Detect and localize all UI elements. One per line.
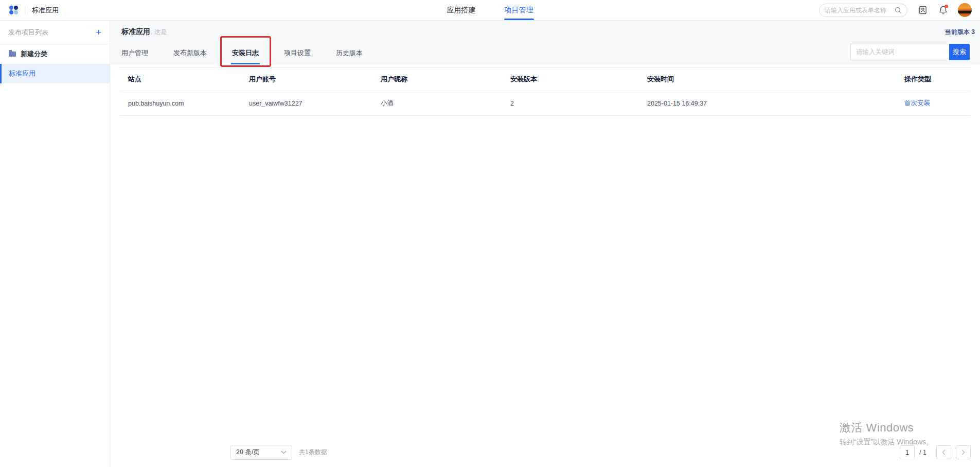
sidebar-item-label: 新建分类 xyxy=(21,49,47,59)
header-right xyxy=(819,3,980,17)
current-page-input[interactable]: 1 xyxy=(900,445,915,459)
cell-install-version: 2 xyxy=(502,91,639,116)
next-page-button[interactable] xyxy=(956,445,971,459)
notification-dot xyxy=(945,5,948,8)
pager: 1 / 1 xyxy=(900,445,971,459)
search-icon xyxy=(895,7,902,14)
nav-item-project-manage[interactable]: 项目管理 xyxy=(504,0,534,20)
current-version-link[interactable]: 当前版本 3 xyxy=(945,28,975,37)
keyword-search-input[interactable] xyxy=(850,44,949,60)
page-size-select[interactable]: 20 条/页 xyxy=(230,445,292,460)
sidebar-header: 发布项目列表 + xyxy=(0,21,110,44)
tab-user-management[interactable]: 用户管理 xyxy=(121,48,148,64)
pagination: 20 条/页 共1条数据 1 / 1 xyxy=(230,445,971,460)
tab-history-versions[interactable]: 历史版本 xyxy=(336,48,363,64)
global-search-input[interactable] xyxy=(825,7,892,14)
add-project-button[interactable]: + xyxy=(96,27,101,37)
col-user-nickname: 用户昵称 xyxy=(372,68,502,91)
main-content: 标准应用 这是 当前版本 3 用户管理 发布新版本 安装日志 项目设置 历史版本… xyxy=(111,21,980,467)
sidebar-item-label: 标准应用 xyxy=(9,69,35,78)
tabs-row: 用户管理 发布新版本 安装日志 项目设置 历史版本 搜索 xyxy=(121,45,975,64)
col-install-time: 安装时间 xyxy=(639,68,896,91)
contacts-icon[interactable] xyxy=(917,5,928,16)
cell-user-account: user_vaiwfw31227 xyxy=(241,91,372,116)
col-install-version: 安装版本 xyxy=(502,68,639,91)
top-header: 标准应用 应用搭建 项目管理 xyxy=(0,0,980,21)
sidebar: 发布项目列表 + 新建分类 标准应用 xyxy=(0,21,110,467)
page-title: 标准应用 xyxy=(121,27,150,37)
col-operation-type: 操作类型 xyxy=(896,68,971,91)
total-count-text: 共1条数据 xyxy=(299,448,327,457)
global-search[interactable] xyxy=(819,4,907,17)
sidebar-item-standard-app[interactable]: 标准应用 xyxy=(0,64,110,83)
keyword-search: 搜索 xyxy=(850,44,970,60)
page-subtitle: 这是 xyxy=(154,28,167,37)
tab-publish-new-version[interactable]: 发布新版本 xyxy=(173,48,207,64)
cell-user-nickname: 小酒 xyxy=(372,91,502,116)
install-log-table: 站点 用户账号 用户昵称 安装版本 安装时间 操作类型 pub.baishuyu… xyxy=(111,67,980,116)
user-avatar[interactable] xyxy=(958,3,972,17)
table-row: pub.baishuyun.com user_vaiwfw31227 小酒 2 … xyxy=(120,91,971,116)
sidebar-title: 发布项目列表 xyxy=(8,28,48,37)
nav-item-app-build[interactable]: 应用搭建 xyxy=(446,0,477,20)
page-size-value: 20 条/页 xyxy=(236,448,260,457)
app-title: 标准应用 xyxy=(32,6,59,15)
chevron-down-icon xyxy=(281,451,287,454)
title-row: 标准应用 这是 当前版本 3 xyxy=(121,27,975,37)
table-header-row: 站点 用户账号 用户昵称 安装版本 安装时间 操作类型 xyxy=(120,68,971,91)
sidebar-item-category[interactable]: 新建分类 xyxy=(0,44,110,64)
folder-icon xyxy=(9,51,16,57)
content-header: 标准应用 这是 当前版本 3 用户管理 发布新版本 安装日志 项目设置 历史版本… xyxy=(111,21,980,64)
tab-install-log[interactable]: 安装日志 xyxy=(232,48,259,64)
tab-project-settings[interactable]: 项目设置 xyxy=(284,48,311,64)
cell-install-time: 2025-01-15 16:49:37 xyxy=(639,91,896,116)
header-divider xyxy=(25,6,25,14)
notification-bell-icon[interactable] xyxy=(937,5,949,16)
first-install-link[interactable]: 首次安装 xyxy=(904,99,930,107)
page-of-text: / 1 xyxy=(919,449,926,456)
col-user-account: 用户账号 xyxy=(241,68,372,91)
app-logo-icon[interactable] xyxy=(9,6,18,14)
main-nav: 应用搭建 项目管理 xyxy=(446,0,534,20)
col-site: 站点 xyxy=(120,68,241,91)
cell-site: pub.baishuyun.com xyxy=(120,91,241,116)
prev-page-button[interactable] xyxy=(936,445,951,459)
search-button[interactable]: 搜索 xyxy=(949,44,970,60)
